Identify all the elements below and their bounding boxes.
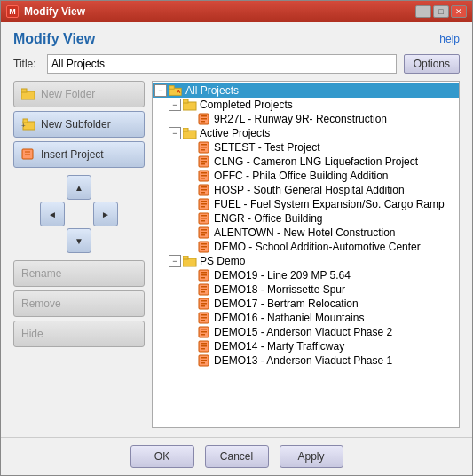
insert-project-button[interactable]: Insert Project xyxy=(13,141,145,168)
hide-label: Hide xyxy=(21,328,43,340)
tree-node[interactable]: ENGR - Office Building xyxy=(153,211,459,226)
svg-rect-50 xyxy=(201,249,205,250)
tree-node[interactable]: DEMO19 - Line 209 MP 5.64 xyxy=(153,268,459,282)
svg-rect-33 xyxy=(201,189,207,191)
svg-rect-42 xyxy=(201,220,205,222)
remove-label: Remove xyxy=(21,298,61,310)
tree-node-label: Completed Projects xyxy=(200,99,293,111)
move-up-button[interactable]: ▲ xyxy=(67,175,91,200)
tree-node[interactable]: SETEST - Test Project xyxy=(153,140,459,155)
tree-node-label: ENGR - Office Building xyxy=(214,212,323,225)
project-icon xyxy=(197,184,211,196)
tree-node[interactable]: HOSP - South General Hospital Addition xyxy=(153,183,459,197)
tree-node-label: DEMO17 - Bertram Relocation xyxy=(214,298,359,310)
svg-rect-74 xyxy=(201,343,207,345)
tree-node[interactable]: DEMO - School Addition-Automotive Center xyxy=(153,240,459,254)
svg-rect-28 xyxy=(201,172,207,174)
svg-text:A: A xyxy=(177,88,181,94)
bottom-buttons: Rename Remove Hide xyxy=(13,260,145,347)
right-panel: A All Projects Completed Projects 9R27L … xyxy=(152,81,460,428)
svg-rect-29 xyxy=(201,175,207,177)
rename-label: Rename xyxy=(21,267,61,280)
new-folder-label: New Folder xyxy=(41,88,95,100)
svg-rect-63 xyxy=(201,303,207,305)
tree-node[interactable]: DEMO14 - Marty Trafficway xyxy=(153,339,459,353)
svg-rect-14 xyxy=(201,115,207,117)
subfolder-icon: + xyxy=(21,117,35,131)
tree-node[interactable]: FUEL - Fuel System Expansion/So. Cargo R… xyxy=(153,197,459,211)
svg-rect-59 xyxy=(201,289,207,290)
tree-node-label: All Projects xyxy=(185,84,239,97)
move-left-button[interactable]: ◄ xyxy=(40,202,65,226)
title-bar-left: M Modify View xyxy=(6,5,85,18)
project-icon xyxy=(197,269,211,282)
title-input[interactable] xyxy=(47,54,397,74)
options-button[interactable]: Options xyxy=(404,54,460,74)
tree-node[interactable]: DEMO15 - Anderson Viaduct Phase 2 xyxy=(153,325,459,339)
tree-node-label: DEMO15 - Anderson Viaduct Phase 2 xyxy=(214,326,392,338)
cancel-button[interactable]: Cancel xyxy=(205,445,269,468)
title-bar: M Modify View ─ □ ✕ xyxy=(1,1,472,22)
title-bar-label: Modify View xyxy=(24,5,85,18)
svg-text:+: + xyxy=(21,122,26,130)
new-subfolder-label: New Subfolder xyxy=(41,118,111,131)
svg-rect-72 xyxy=(201,334,205,336)
svg-rect-34 xyxy=(201,192,205,194)
tree-node[interactable]: DEMO17 - Bertram Relocation xyxy=(153,297,459,311)
tree-node[interactable]: ALENTOWN - New Hotel Construction xyxy=(153,226,459,240)
svg-rect-24 xyxy=(201,158,207,160)
move-down-button[interactable]: ▼ xyxy=(67,228,91,253)
help-link[interactable]: help xyxy=(439,33,460,45)
remove-button[interactable]: Remove xyxy=(13,290,145,317)
svg-rect-49 xyxy=(201,246,207,248)
svg-rect-46 xyxy=(201,234,205,236)
folder-icon xyxy=(21,87,35,101)
tree-node[interactable]: DEMO18 - Morrissette Spur xyxy=(153,282,459,297)
svg-rect-62 xyxy=(201,300,207,302)
tree-node-label: DEMO18 - Morrissette Spur xyxy=(214,283,345,296)
title-label: Title: xyxy=(13,58,40,70)
tree-node-label: HOSP - South General Hospital Addition xyxy=(214,184,405,196)
project-icon xyxy=(197,155,211,168)
tree-node-label: DEMO14 - Marty Trafficway xyxy=(214,340,344,353)
minimize-button[interactable]: ─ xyxy=(415,5,431,18)
hide-button[interactable]: Hide xyxy=(13,321,145,347)
rename-button[interactable]: Rename xyxy=(13,260,145,287)
tree-container[interactable]: A All Projects Completed Projects 9R27L … xyxy=(152,81,460,428)
move-right-button[interactable]: ► xyxy=(93,202,118,226)
svg-rect-45 xyxy=(201,232,207,234)
svg-rect-1 xyxy=(21,89,27,92)
window-title: Modify View xyxy=(13,31,95,47)
window-header: Modify View help xyxy=(13,31,460,47)
tree-node[interactable]: DEMO16 - Nathaniel Mountains xyxy=(153,311,459,325)
tree-node[interactable]: A All Projects xyxy=(153,83,459,98)
tree-node[interactable]: 9R27L - Runway 9R- Reconstruction xyxy=(153,112,459,126)
apply-button[interactable]: Apply xyxy=(280,445,343,468)
new-subfolder-button[interactable]: + New Subfolder xyxy=(13,111,145,138)
tree-node[interactable]: CLNG - Cameron LNG Liquefaction Project xyxy=(153,155,459,169)
svg-rect-22 xyxy=(201,149,205,151)
close-button[interactable]: ✕ xyxy=(451,5,467,18)
tree-node-label: ALENTOWN - New Hotel Construction xyxy=(214,226,396,239)
insert-project-icon xyxy=(21,147,35,162)
tree-node[interactable]: DEMO13 - Anderson Viaduct Phase 1 xyxy=(153,353,459,368)
svg-rect-76 xyxy=(201,348,205,350)
tree-node-label: 9R27L - Runway 9R- Reconstruction xyxy=(214,113,387,125)
svg-rect-36 xyxy=(201,201,207,202)
svg-rect-67 xyxy=(201,317,207,319)
tree-node[interactable]: OFFC - Phila Office Building Addition xyxy=(153,169,459,183)
ok-button[interactable]: OK xyxy=(130,445,194,468)
tree-node[interactable]: Completed Projects xyxy=(153,98,459,112)
maximize-button[interactable]: □ xyxy=(433,5,449,18)
new-folder-button[interactable]: New Folder xyxy=(13,81,145,107)
svg-rect-48 xyxy=(201,243,207,245)
svg-rect-18 xyxy=(183,128,188,131)
tree-node[interactable]: PS Demo xyxy=(153,254,459,268)
folder-icon xyxy=(183,99,197,111)
svg-rect-55 xyxy=(201,274,207,276)
svg-rect-20 xyxy=(201,144,207,146)
svg-rect-52 xyxy=(183,256,188,259)
tree-node[interactable]: Active Projects xyxy=(153,126,459,140)
svg-rect-80 xyxy=(201,362,205,364)
svg-rect-44 xyxy=(201,229,207,231)
